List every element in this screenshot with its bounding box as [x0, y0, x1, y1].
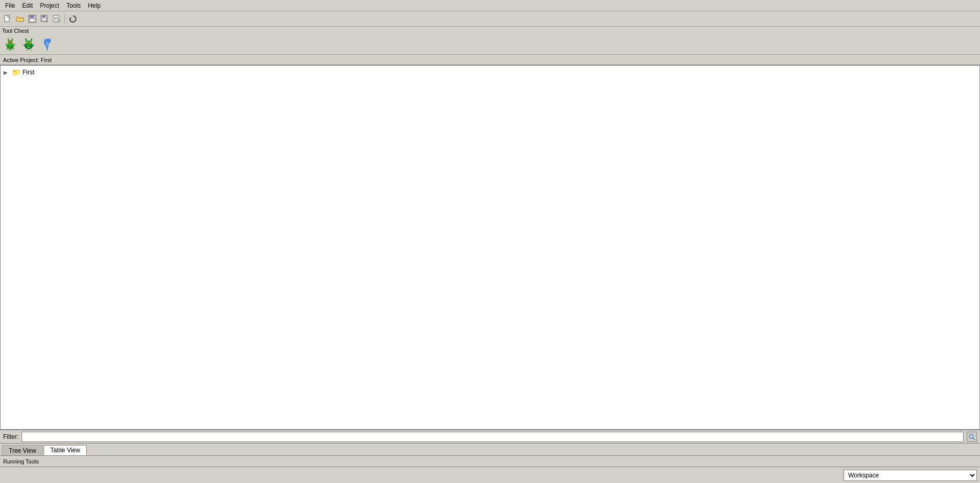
tool-chest-section: Tool Chest	[0, 27, 980, 55]
svg-rect-4	[30, 19, 35, 22]
save-as-button[interactable]: +	[39, 13, 50, 25]
filter-search-icon	[968, 433, 975, 440]
running-tools-bar: Running Tools	[0, 455, 980, 467]
menu-bar: File Edit Project Tools Help	[0, 0, 980, 11]
svg-point-18	[9, 42, 10, 43]
new-button[interactable]	[2, 13, 13, 25]
filter-input[interactable]	[22, 432, 964, 442]
tool-chest-icons	[2, 35, 978, 53]
open-folder-icon	[16, 15, 24, 23]
svg-point-22	[27, 42, 28, 44]
main-area: ▶ 📁 First	[0, 65, 980, 430]
dragon-tool-2[interactable]	[21, 36, 37, 52]
tree-item-first-label: First	[23, 69, 34, 76]
save-icon	[28, 15, 36, 23]
close-icon	[53, 15, 61, 23]
menu-help[interactable]: Help	[85, 1, 104, 10]
toolbar: +	[0, 11, 980, 27]
tool-chest-label: Tool Chest	[2, 28, 978, 34]
svg-marker-15	[70, 17, 72, 19]
workspace-select[interactable]: Workspace	[844, 470, 977, 481]
filter-label: Filter:	[3, 433, 18, 440]
dragon-tool-1[interactable]	[2, 36, 18, 52]
save-as-icon: +	[41, 15, 49, 23]
active-project-bar: Active Project: First	[0, 55, 980, 65]
menu-file[interactable]: File	[2, 1, 18, 10]
new-icon	[4, 15, 12, 23]
svg-rect-3	[30, 15, 34, 18]
refresh-button[interactable]	[67, 13, 78, 25]
tab-tree-view[interactable]: Tree View	[2, 445, 43, 455]
menu-tools[interactable]: Tools	[63, 1, 84, 10]
tree-area: ▶ 📁 First	[1, 66, 979, 429]
svg-point-25	[969, 434, 973, 438]
refresh-icon	[69, 15, 77, 23]
dragon2-icon	[22, 37, 36, 51]
tool-3[interactable]	[39, 36, 55, 52]
open-folder-button[interactable]	[14, 13, 26, 25]
save-button[interactable]	[27, 13, 38, 25]
menu-project[interactable]: Project	[37, 1, 62, 10]
svg-text:+: +	[46, 20, 48, 23]
dragon1-icon	[3, 37, 17, 51]
svg-line-26	[973, 438, 975, 440]
close-button[interactable]	[51, 13, 63, 25]
running-tools-label: Running Tools	[3, 458, 39, 465]
svg-point-23	[30, 42, 31, 44]
filter-search-button[interactable]	[967, 432, 977, 442]
svg-point-19	[11, 42, 12, 43]
tree-item-first[interactable]: ▶ 📁 First	[3, 68, 977, 77]
status-bar: Workspace	[0, 467, 980, 483]
svg-point-24	[27, 46, 30, 48]
svg-rect-6	[42, 15, 45, 17]
svg-rect-7	[42, 18, 46, 21]
tree-expand-icon: ▶	[4, 70, 10, 75]
tool3-icon	[40, 37, 54, 51]
active-project-label: Active Project: First	[3, 57, 52, 63]
tabs-bar: Tree View Table View	[0, 443, 980, 455]
menu-edit[interactable]: Edit	[19, 1, 36, 10]
folder-icon: 📁	[12, 68, 21, 76]
filter-bar: Filter:	[0, 430, 980, 443]
tab-table-view[interactable]: Table View	[44, 445, 87, 455]
toolbar-separator	[65, 14, 65, 24]
